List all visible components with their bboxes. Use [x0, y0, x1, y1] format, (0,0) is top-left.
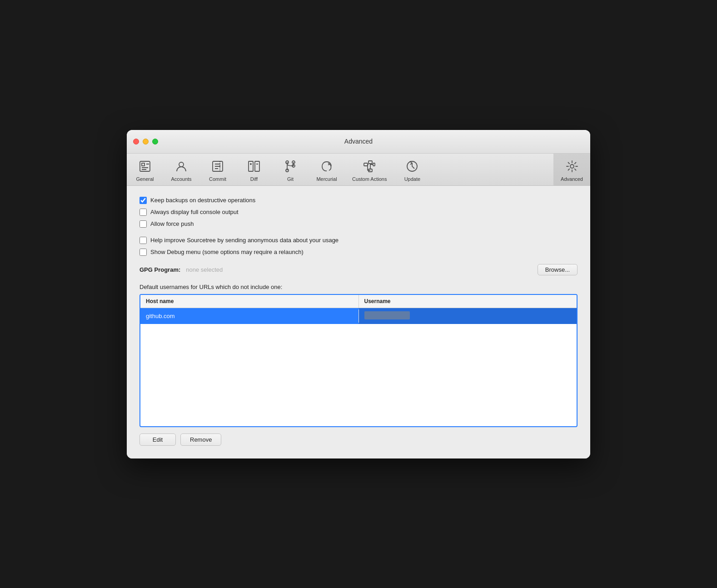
table-row[interactable]: github.com — [140, 308, 577, 324]
general-icon — [137, 158, 153, 174]
help-improve-checkbox[interactable] — [139, 237, 147, 244]
preferences-window: Advanced General Acc — [127, 130, 590, 458]
force-push-label[interactable]: Allow force push — [150, 220, 194, 227]
full-console-label[interactable]: Always display full console output — [150, 209, 239, 215]
gpg-row: GPG Program: none selected Browse... — [139, 264, 578, 275]
tab-commit[interactable]: Commit — [199, 154, 236, 185]
advanced-icon — [564, 158, 580, 174]
gpg-label: GPG Program: — [139, 266, 180, 273]
column-username: Username — [359, 295, 577, 308]
checkbox-keep-backups: Keep backups on destructive operations — [139, 197, 578, 204]
content-area: Keep backups on destructive operations A… — [127, 186, 590, 458]
help-improve-label[interactable]: Help improve Sourcetree by sending anony… — [150, 237, 339, 244]
maximize-button[interactable] — [152, 139, 158, 145]
force-push-checkbox[interactable] — [139, 220, 147, 228]
debug-menu-checkbox[interactable] — [139, 249, 147, 256]
tab-diff-label: Diff — [250, 176, 258, 182]
usernames-table: Host name Username github.com — [139, 294, 578, 427]
close-button[interactable] — [133, 139, 139, 145]
checkbox-debug-menu: Show Debug menu (some options may requir… — [139, 249, 578, 256]
svg-rect-20 — [364, 163, 368, 166]
tab-commit-label: Commit — [209, 176, 226, 182]
tab-git-label: Git — [287, 176, 294, 182]
cell-hostname: github.com — [140, 309, 359, 323]
update-icon — [404, 158, 420, 174]
tab-accounts[interactable]: Accounts — [163, 154, 199, 185]
minimize-button[interactable] — [143, 139, 149, 145]
tab-custom-actions-label: Custom Actions — [352, 176, 387, 182]
tab-update[interactable]: Update — [394, 154, 430, 185]
table-header: Host name Username — [140, 295, 577, 308]
tab-advanced-label: Advanced — [561, 176, 583, 182]
accounts-icon — [173, 158, 189, 174]
checkbox-full-console: Always display full console output — [139, 209, 578, 216]
window-controls — [133, 139, 158, 145]
column-hostname: Host name — [140, 295, 359, 308]
checkbox-help-improve: Help improve Sourcetree by sending anony… — [139, 237, 578, 244]
svg-rect-1 — [142, 163, 144, 166]
git-icon — [282, 158, 299, 174]
commit-icon — [209, 158, 226, 174]
mercurial-icon — [319, 158, 335, 174]
svg-rect-11 — [249, 161, 253, 171]
tab-general[interactable]: General — [127, 154, 163, 185]
svg-rect-12 — [255, 161, 259, 171]
svg-rect-23 — [373, 163, 375, 166]
checkbox-force-push: Allow force push — [139, 220, 578, 228]
svg-rect-21 — [368, 161, 372, 164]
toolbar: General Accounts Commit — [127, 154, 590, 186]
tab-general-label: General — [136, 176, 154, 182]
remove-button[interactable]: Remove — [180, 434, 221, 446]
tab-accounts-label: Accounts — [171, 176, 191, 182]
tab-update-label: Update — [404, 176, 420, 182]
edit-button[interactable]: Edit — [139, 434, 176, 446]
keep-backups-checkbox[interactable] — [139, 197, 147, 204]
action-buttons: Edit Remove — [139, 434, 578, 446]
debug-menu-label[interactable]: Show Debug menu (some options may requir… — [150, 249, 304, 255]
cell-username — [359, 308, 577, 324]
gpg-value: none selected — [186, 266, 532, 273]
keep-backups-label[interactable]: Keep backups on destructive operations — [150, 197, 255, 204]
window-title: Advanced — [344, 138, 373, 145]
table-body: github.com — [140, 308, 577, 426]
svg-point-5 — [179, 162, 184, 167]
tab-custom-actions[interactable]: Custom Actions — [345, 154, 394, 185]
table-empty-area — [140, 324, 577, 424]
table-description: Default usernames for URLs which do not … — [139, 284, 578, 290]
titlebar: Advanced — [127, 130, 590, 154]
tab-mercurial-label: Mercurial — [316, 176, 337, 182]
diff-icon — [246, 158, 262, 174]
full-console-checkbox[interactable] — [139, 209, 147, 216]
custom-actions-icon — [361, 158, 378, 174]
browse-button[interactable]: Browse... — [538, 264, 578, 275]
svg-point-30 — [570, 164, 574, 168]
tab-advanced[interactable]: Advanced — [553, 154, 590, 185]
tab-git[interactable]: Git — [272, 154, 309, 185]
tab-mercurial[interactable]: Mercurial — [309, 154, 345, 185]
tab-diff[interactable]: Diff — [236, 154, 272, 185]
